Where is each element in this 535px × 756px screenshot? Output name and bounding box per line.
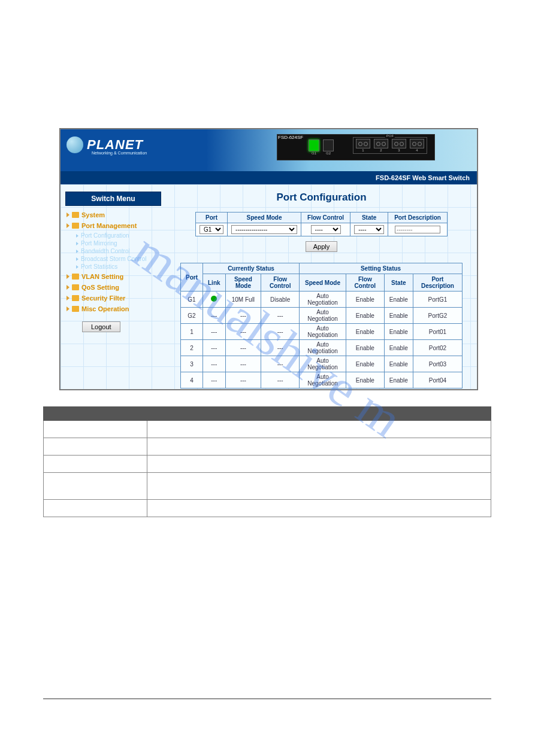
port-description-input[interactable] <box>395 226 440 233</box>
link-up-icon <box>211 296 217 302</box>
sidebar-sub-broadcast-storm[interactable]: Broadcast Storm Control <box>76 256 161 262</box>
sidebar-sub-port-statistics[interactable]: Port Statistics <box>76 263 161 270</box>
cell-state: Enable <box>384 356 413 372</box>
cfg-header-port: Port <box>196 212 228 223</box>
fiber-port-icon <box>374 139 388 148</box>
cell-port: 3 <box>181 356 203 372</box>
arrow-right-icon <box>67 306 69 311</box>
g-port-g2: G2 <box>323 139 334 155</box>
pof-port-label: 4 <box>410 148 424 152</box>
folder-icon <box>72 284 79 290</box>
cell-port: 2 <box>181 340 203 356</box>
folder-icon <box>72 223 79 229</box>
sidebar-item-port-management[interactable]: Port Management <box>65 221 161 230</box>
cell-sspeed: Auto Negotiation <box>300 356 346 372</box>
pof-port-label: 1 <box>356 148 370 152</box>
screenshot-container: PLANET Networking & Communication FSD-62… <box>60 129 477 390</box>
pof-port-label: 2 <box>374 148 388 152</box>
cell-sflow: Enable <box>346 292 384 308</box>
cell-link: --- <box>203 308 226 324</box>
status-header-sflow: Flow Control <box>346 274 384 292</box>
sidebar-item-qos-setting[interactable]: QoS Setting <box>65 283 161 292</box>
sidebar-sub-label: Bandwidth Control <box>81 248 130 254</box>
cell-sspeed: Auto Negotiation <box>300 372 346 388</box>
g-port-label: G1 <box>309 151 319 155</box>
cell-state: Enable <box>384 308 413 324</box>
speed-mode-select[interactable]: ---------------- <box>231 225 297 234</box>
cell-sflow: Enable <box>346 372 384 388</box>
status-header-currently: Currently Status <box>203 263 300 274</box>
cell-port: G1 <box>181 292 203 308</box>
cfg-header-desc: Port Description <box>388 212 448 223</box>
cell-state: Enable <box>384 372 413 388</box>
port-select[interactable]: G1 <box>200 225 223 234</box>
desc-cell <box>44 473 147 500</box>
cell-cspeed: --- <box>225 372 261 388</box>
apply-button[interactable]: Apply <box>306 241 338 252</box>
arrow-right-icon <box>76 265 78 269</box>
cell-sspeed: Auto Negotiation <box>300 308 346 324</box>
port-led-off-icon <box>323 139 334 151</box>
sidebar-item-label: VLAN Setting <box>81 273 123 280</box>
config-table: Port Speed Mode Flow Control State Port … <box>195 212 448 236</box>
cell-link: --- <box>203 372 226 388</box>
folder-icon <box>72 306 79 312</box>
cfg-header-state: State <box>350 212 388 223</box>
status-header-desc: Port Description <box>413 274 462 292</box>
cell-desc: Port02 <box>413 340 462 356</box>
device-model-label: FSD-624SF <box>276 134 306 141</box>
main-content: Port Configuration Port Speed Mode Flow … <box>166 184 477 389</box>
header-banner: PLANET Networking & Communication FSD-62… <box>61 129 477 171</box>
cell-cspeed: --- <box>225 340 261 356</box>
sidebar-item-label: Port Management <box>81 222 137 229</box>
sidebar-item-label: QoS Setting <box>81 284 119 291</box>
sidebar-item-security-filter[interactable]: Security Filter <box>65 294 161 302</box>
device-front-panel: FSD-624SF G1 G2 POF 1 2 3 4 <box>277 134 435 160</box>
sidebar-sub-port-configuration[interactable]: Port Configuration <box>76 232 161 239</box>
sidebar-sub-label: Port Configuration <box>81 232 129 239</box>
desc-table-header <box>147 407 491 421</box>
page-title: Port Configuration <box>180 192 463 204</box>
arrow-right-icon <box>76 242 78 245</box>
cell-sspeed: Auto Negotiation <box>300 292 346 308</box>
desc-cell <box>44 438 147 456</box>
folder-icon <box>72 274 79 280</box>
cell-link: --- <box>203 340 226 356</box>
status-row: 1---------Auto NegotiationEnableEnablePo… <box>181 324 463 340</box>
status-header-sspeed: Speed Mode <box>300 274 346 292</box>
desc-table-header <box>44 407 147 421</box>
state-select[interactable]: ---- <box>354 225 384 234</box>
g-ports-group: G1 G2 <box>309 139 334 155</box>
arrow-right-icon <box>76 257 78 261</box>
description-table <box>43 406 491 517</box>
status-header-link: Link <box>203 274 226 292</box>
logout-button[interactable]: Logout <box>82 321 120 332</box>
cell-cflow: --- <box>261 356 300 372</box>
flow-control-select[interactable]: ---- <box>311 225 341 234</box>
arrow-right-icon <box>67 212 69 217</box>
sidebar-sub-port-mirroring[interactable]: Port Mirroring <box>76 240 161 247</box>
sidebar-item-vlan-setting[interactable]: VLAN Setting <box>65 272 161 281</box>
sidebar-sub-label: Port Statistics <box>81 263 117 270</box>
g-port-label: G2 <box>323 151 334 155</box>
status-row: 4---------Auto NegotiationEnableEnablePo… <box>181 372 463 388</box>
desc-cell <box>147 473 491 500</box>
pof-port-3: 3 <box>392 139 406 152</box>
sidebar-item-system[interactable]: System <box>65 211 161 219</box>
sidebar-sub-bandwidth-control[interactable]: Bandwidth Control <box>76 248 161 254</box>
cell-cflow: --- <box>261 324 300 340</box>
cell-port: G2 <box>181 308 203 324</box>
sidebar-item-label: Security Filter <box>81 294 125 302</box>
cell-sflow: Enable <box>346 356 384 372</box>
sidebar-item-label: Misc Operation <box>81 305 129 312</box>
arrow-right-icon <box>67 285 69 290</box>
cell-desc: PortG2 <box>413 308 462 324</box>
cell-desc: Port04 <box>413 372 462 388</box>
cell-port: 4 <box>181 372 203 388</box>
cell-cspeed: --- <box>225 308 261 324</box>
sidebar-item-misc-operation[interactable]: Misc Operation <box>65 305 161 313</box>
pof-port-2: 2 <box>374 139 388 152</box>
cell-link <box>203 292 226 308</box>
status-header-cspeed: Speed Mode <box>225 274 261 292</box>
status-row: G110M FullDisableAuto NegotiationEnableE… <box>181 292 463 308</box>
